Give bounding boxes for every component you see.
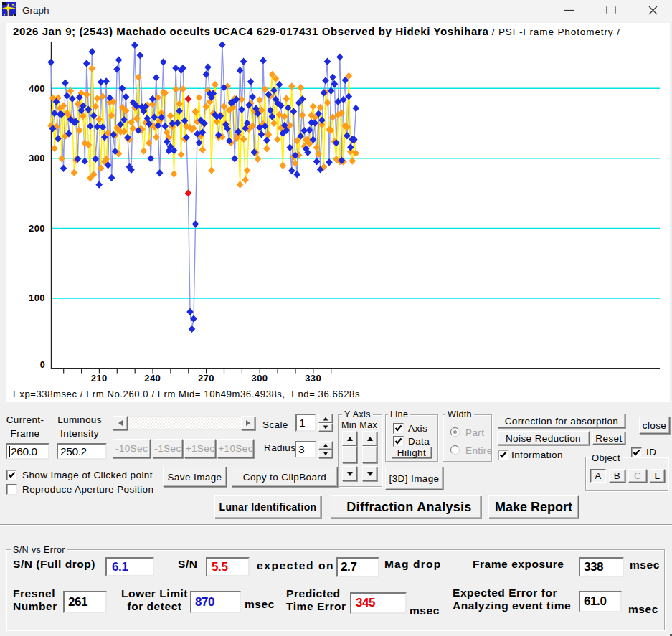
svg-text:400: 400 xyxy=(29,83,45,94)
svg-text:300: 300 xyxy=(252,373,268,384)
svg-text:300: 300 xyxy=(29,153,45,163)
svg-text:210: 210 xyxy=(91,373,108,384)
svg-text:100: 100 xyxy=(29,293,45,303)
svg-text:240: 240 xyxy=(144,373,161,384)
svg-text:200: 200 xyxy=(29,223,45,234)
svg-text:330: 330 xyxy=(305,373,321,384)
svg-text:0: 0 xyxy=(40,360,45,370)
svg-text:270: 270 xyxy=(198,373,214,384)
